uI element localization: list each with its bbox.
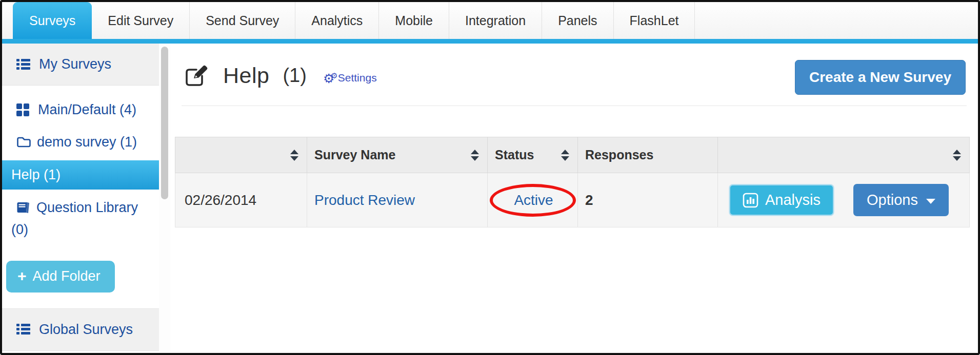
sidebar-item-label: Global Surveys [39, 322, 133, 338]
cell-actions: Analysis Options [718, 173, 970, 227]
add-folder-label: Add Folder [33, 268, 101, 284]
settings-label: Settings [338, 72, 377, 84]
page-title-count: (1) [283, 65, 306, 87]
tab-surveys[interactable]: Surveys [13, 2, 92, 39]
analysis-button[interactable]: Analysis [729, 184, 834, 216]
cell-date: 02/26/2014 [175, 173, 307, 227]
tab-edit-survey[interactable]: Edit Survey [92, 2, 190, 39]
sidebar-item-demo-survey[interactable]: demo survey (1) [2, 124, 159, 160]
sidebar-item-global-surveys[interactable]: Global Surveys [2, 308, 159, 351]
list-icon [16, 324, 30, 335]
column-header-status[interactable]: Status [488, 137, 578, 173]
sort-icon[interactable] [561, 150, 569, 161]
book-icon [16, 201, 30, 214]
tab-integration[interactable]: Integration [449, 2, 542, 39]
sort-icon[interactable] [471, 150, 479, 161]
plus-icon: + [17, 270, 27, 282]
sidebar-item-label: My Surveys [39, 56, 111, 72]
column-header-actions[interactable] [718, 137, 970, 173]
table-row: 02/26/2014 Product Review Active 2 [175, 173, 970, 227]
analysis-label: Analysis [765, 192, 821, 208]
grid-icon [16, 103, 29, 116]
sidebar-item-label: Question Library (0) [11, 200, 138, 237]
settings-link[interactable]: ⚙⚙ Settings [323, 72, 377, 85]
create-new-survey-button[interactable]: Create a New Survey [795, 60, 966, 95]
status-link[interactable]: Active [514, 192, 553, 208]
edit-icon [185, 65, 209, 87]
sidebar: My Surveys Main/Default (4) demo survey … [2, 44, 159, 353]
sort-icon[interactable] [953, 150, 961, 161]
table-header-row: Survey Name Status Responses [175, 137, 970, 173]
sidebar-item-my-surveys[interactable]: My Surveys [2, 44, 159, 86]
sidebar-scrollbar[interactable] [159, 44, 170, 353]
column-header-date[interactable] [175, 137, 307, 173]
sidebar-item-label: Main/Default (4) [38, 102, 136, 118]
sidebar-item-label: Help (1) [11, 167, 61, 182]
tab-panels[interactable]: Panels [542, 2, 613, 39]
options-label: Options [867, 192, 918, 208]
surveys-table: Survey Name Status Responses [175, 137, 970, 227]
sidebar-item-label: demo survey (1) [37, 134, 137, 150]
column-header-responses[interactable]: Responses [578, 137, 718, 173]
list-icon [16, 59, 30, 70]
tab-mobile[interactable]: Mobile [379, 2, 449, 39]
sidebar-item-help[interactable]: Help (1) [2, 160, 159, 190]
add-folder-button[interactable]: + Add Folder [6, 261, 115, 293]
cell-responses: 2 [578, 173, 718, 227]
scrollbar-thumb[interactable] [161, 47, 168, 199]
cell-status: Active [488, 173, 578, 227]
caret-down-icon [926, 199, 935, 204]
app-window: Surveys Edit Survey Send Survey Analytic… [0, 0, 980, 355]
column-header-survey-name[interactable]: Survey Name [307, 137, 488, 173]
top-nav: Surveys Edit Survey Send Survey Analytic… [2, 2, 978, 39]
tab-send-survey[interactable]: Send Survey [190, 2, 295, 39]
main-content: Help (1) ⚙⚙ Settings Create a New Survey [170, 44, 978, 353]
header-divider [182, 106, 967, 106]
nav-accent-bar [2, 39, 978, 44]
tab-analytics[interactable]: Analytics [295, 2, 379, 39]
cell-survey-name: Product Review [307, 173, 488, 227]
page-title: Help [223, 63, 269, 88]
gears-icon: ⚙⚙ [323, 72, 338, 85]
bar-chart-icon [743, 193, 758, 208]
survey-name-link[interactable]: Product Review [314, 192, 415, 208]
options-button[interactable]: Options [853, 184, 949, 216]
sidebar-item-question-library[interactable]: Question Library (0) [2, 190, 159, 248]
tab-flashlet[interactable]: FlashLet [614, 2, 695, 39]
sidebar-item-main-default[interactable]: Main/Default (4) [2, 86, 159, 124]
sort-icon[interactable] [290, 150, 298, 161]
folder-icon [16, 136, 31, 148]
